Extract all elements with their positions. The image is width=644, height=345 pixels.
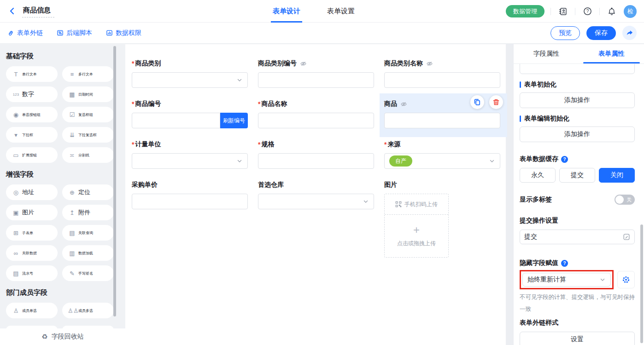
add-action-button-2[interactable]: 添加操作 [520, 126, 635, 142]
palette-field-item[interactable]: ▦ 日期时间 [62, 86, 114, 102]
palette-field-item[interactable]: ≡ 多行文本 [62, 66, 114, 82]
data-permission-button[interactable]: 数据权限 [106, 29, 141, 37]
source-select[interactable]: 自产 [384, 153, 500, 169]
purchase-price-input[interactable] [132, 194, 248, 209]
field-product-name[interactable]: 商品名称 [258, 99, 374, 128]
palette-field-item[interactable]: ∞ 关联数据 [6, 245, 58, 261]
click-upload-button[interactable]: + 点击或拖拽上传 [385, 215, 448, 257]
field-image[interactable]: 图片 手机扫码上传 + 点击或拖拽上传 [384, 180, 500, 258]
category-name-input[interactable] [384, 72, 500, 88]
field-purchase-price[interactable]: 采购单价 [132, 180, 248, 258]
panel-scrollbar[interactable] [640, 224, 643, 343]
field-label: 首选仓库 [258, 180, 374, 190]
back-button[interactable] [8, 7, 17, 15]
copy-field-button[interactable] [470, 95, 484, 109]
product-code-input[interactable] [132, 113, 220, 128]
palette-field-item[interactable]: ↥ 附件 [62, 205, 114, 220]
section-form-init: 表单初始化 [520, 80, 635, 89]
palette-field-item[interactable]: T 单行文本 [6, 66, 58, 82]
tab-form-properties[interactable]: 表单属性 [579, 44, 644, 63]
field-type-icon: ⊞ [12, 230, 20, 236]
category-code-input[interactable] [258, 72, 374, 88]
palette-field-item[interactable]: 123 数字 [6, 86, 58, 102]
palette-field-item[interactable]: ≍ 分割线 [62, 147, 114, 163]
field-category-code[interactable]: 商品类别编号 [258, 59, 374, 88]
avatar[interactable]: 检 [624, 5, 637, 18]
palette-field-item[interactable]: ⊕ 定位 [62, 184, 114, 200]
palette-field-item[interactable]: ▤ 关联查询 [62, 225, 114, 241]
scan-upload-button[interactable]: 手机扫码上传 [385, 194, 448, 215]
help-filled-icon[interactable]: ? [561, 260, 568, 267]
share-button[interactable] [622, 26, 637, 40]
cache-option-off[interactable]: 关闭 [599, 168, 635, 183]
tab-form-design[interactable]: 表单设计 [271, 0, 302, 23]
palette-field-item[interactable]: ▤ 流水号 [6, 265, 58, 281]
external-link-button[interactable]: 表单外链 [7, 29, 43, 37]
field-recycle-bin[interactable]: ♻ 字段回收站 [0, 328, 125, 345]
field-type-label: 单选按钮组 [22, 112, 41, 117]
add-action-button[interactable]: 添加操作 [520, 92, 635, 108]
palette-field-item[interactable]: ▭ 扩展按钮 [6, 147, 58, 163]
backend-script-label: 后端脚本 [66, 29, 92, 37]
field-product-category[interactable]: 商品类别 [132, 59, 248, 88]
field-product-selected[interactable]: 商品 [384, 99, 500, 128]
unit-select[interactable] [132, 153, 248, 169]
palette-field-item[interactable]: ▣ 图片 [6, 205, 58, 220]
delete-field-button[interactable] [489, 95, 503, 109]
field-product-code[interactable]: 商品编号 刷新编号 [132, 99, 248, 128]
help-button[interactable]: ? [581, 6, 593, 17]
notifications-button[interactable] [606, 6, 618, 17]
palette-field-item[interactable]: ⇊ 下拉复选框 [62, 127, 114, 143]
field-palette-sidebar: 基础字段 T 单行文本 ≡ 多行文本 123 数字 ▦ 日期时间 ◉ 单选按钮组… [0, 44, 125, 345]
clipped-button[interactable] [520, 64, 635, 74]
palette-field-item[interactable]: ▥ 数据加载 [62, 245, 114, 261]
field-source[interactable]: 来源 自产 [384, 140, 500, 169]
palette-field-item[interactable]: ◉ 单选按钮组 [6, 107, 58, 122]
field-type-icon: ≡ [68, 71, 76, 78]
divider [575, 8, 575, 15]
field-preferred-warehouse[interactable]: 首选仓库 [258, 180, 374, 258]
palette-field-item[interactable]: ▾ 下拉框 [6, 127, 58, 143]
submit-action-input[interactable]: 提交 [520, 230, 635, 244]
field-label: 商品类别 [132, 59, 248, 68]
cache-option-permanent[interactable]: 永久 [520, 168, 556, 183]
spec-input[interactable] [258, 153, 374, 169]
tab-field-properties[interactable]: 字段属性 [514, 44, 579, 63]
save-button[interactable]: 保存 [586, 26, 616, 40]
refresh-code-button[interactable]: 刷新编号 [220, 113, 248, 128]
palette-field-item[interactable]: ◎ 地址 [6, 184, 58, 200]
sidebar-scrollbar[interactable] [113, 46, 116, 316]
warehouse-select[interactable] [258, 194, 374, 209]
edit-icon[interactable] [623, 233, 630, 241]
cache-option-submit[interactable]: 提交 [559, 168, 595, 183]
product-input[interactable] [384, 113, 500, 128]
hidden-assign-settings-button[interactable] [617, 271, 635, 288]
field-category-name[interactable]: 商品类别名称 [384, 59, 500, 88]
field-unit[interactable]: 计量单位 [132, 140, 248, 169]
palette-grid-member: ♙ 成员单选 ♙♙ 成员多选 [6, 303, 114, 318]
field-spec[interactable]: 规格 [258, 140, 374, 169]
data-manage-button[interactable]: 数据管理 [506, 5, 544, 17]
multitab-toggle[interactable]: 关 [615, 195, 635, 205]
palette-field-item[interactable]: ♙ 成员单选 [6, 303, 58, 318]
page-title[interactable]: 商品信息 [22, 5, 54, 17]
palette-field-item[interactable]: ☑ 复选框组 [62, 107, 114, 122]
palette-field-item[interactable]: ✎ 手写签名 [62, 265, 114, 281]
link-style-settings-button[interactable]: 设置 [520, 332, 635, 345]
palette-section-title-enhanced: 增强字段 [6, 170, 125, 179]
help-filled-icon[interactable]: ? [561, 156, 568, 163]
tab-form-settings[interactable]: 表单设置 [325, 0, 357, 23]
field-type-icon: ▦ [68, 91, 76, 98]
product-category-select[interactable] [132, 72, 248, 88]
hidden-assign-select[interactable]: 始终重新计算 [522, 273, 611, 287]
backend-script-button[interactable]: 后端脚本 [57, 29, 92, 37]
palette-field-item[interactable]: ♙♙ 成员多选 [62, 303, 114, 318]
top-bar: 商品信息 表单设计 表单设置 数据管理 ? 检 [0, 0, 644, 23]
product-name-input[interactable] [258, 113, 374, 128]
field-label: 商品类别名称 [384, 59, 423, 68]
field-label: 采购单价 [132, 180, 248, 190]
preview-button[interactable]: 预览 [550, 26, 580, 40]
journal-button[interactable] [557, 6, 569, 17]
palette-field-item[interactable]: ⊞ 子表单 [6, 225, 58, 241]
multitab-title: 显示多标签 [520, 196, 552, 204]
